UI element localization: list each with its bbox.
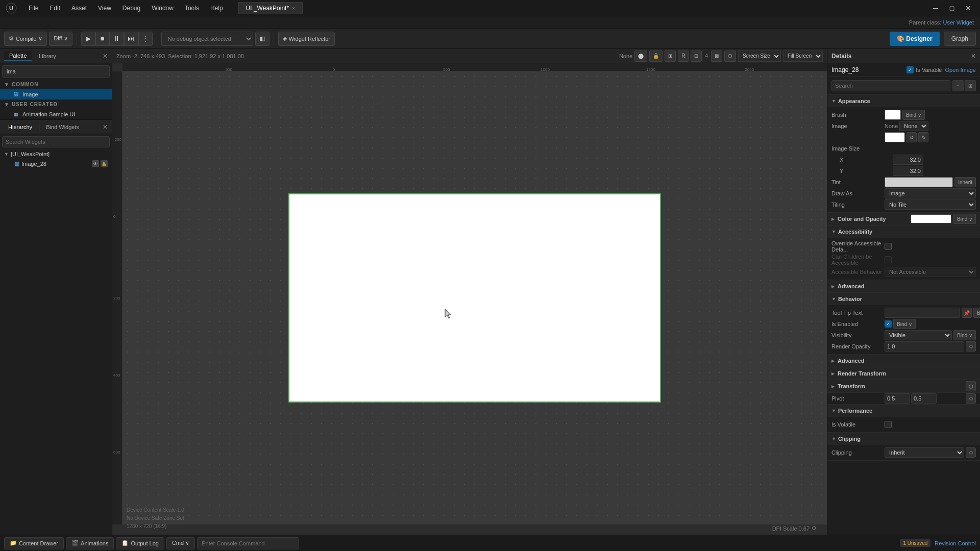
render-opacity-bind-icon[interactable]: ⬡ bbox=[966, 341, 976, 352]
debug-icon-button[interactable]: ◧ bbox=[255, 32, 270, 46]
revision-control-link[interactable]: Revision Control bbox=[935, 540, 976, 546]
visibility-bind-button[interactable]: Bind ∨ bbox=[953, 330, 976, 340]
canvas-view-btn2[interactable]: ⊞ bbox=[665, 51, 676, 62]
pivot-y-input[interactable] bbox=[911, 393, 937, 404]
clipping-selector[interactable]: Inherit bbox=[885, 447, 964, 458]
clipping-reset-icon[interactable]: ⬡ bbox=[966, 447, 976, 458]
stop-button[interactable]: ■ bbox=[95, 32, 110, 46]
fill-screen-selector[interactable]: Fill Screen bbox=[783, 51, 823, 62]
palette-close-icon[interactable]: ✕ bbox=[103, 53, 108, 60]
diff-button[interactable]: Diff ∨ bbox=[49, 32, 72, 46]
content-drawer-button[interactable]: 📁 Content Drawer bbox=[4, 537, 64, 549]
image-size-y-input[interactable] bbox=[893, 166, 923, 176]
render-opacity-input[interactable] bbox=[885, 341, 964, 352]
palette-tab[interactable]: Palette bbox=[4, 51, 32, 61]
palette-item-animation-sample[interactable]: ▦ Animation Sample UI bbox=[0, 109, 112, 119]
graph-tab-button[interactable]: Graph bbox=[944, 32, 976, 46]
step-button[interactable]: ⏸ bbox=[110, 32, 124, 46]
canvas-lock-btn[interactable]: 🔒 bbox=[649, 51, 663, 62]
open-image-link[interactable]: Open Image bbox=[945, 67, 976, 73]
visibility-icon[interactable]: 👁 bbox=[92, 160, 99, 167]
play-button[interactable]: ▶ bbox=[81, 32, 95, 46]
tiling-selector[interactable]: No Tile bbox=[885, 199, 976, 210]
active-tab[interactable]: UL_WeakPoint* × bbox=[238, 2, 303, 14]
tooltip-input[interactable] bbox=[885, 308, 960, 318]
color-opacity-swatch[interactable] bbox=[911, 214, 951, 223]
image-selector[interactable]: None bbox=[899, 121, 928, 131]
accessible-behavior-selector[interactable]: Not Accessible bbox=[885, 267, 976, 277]
menu-asset[interactable]: Asset bbox=[66, 3, 92, 14]
draw-as-selector[interactable]: Image bbox=[885, 188, 976, 198]
behavior-header[interactable]: ▼ Behavior bbox=[827, 293, 980, 305]
image-edit-icon[interactable]: ✎ bbox=[918, 132, 928, 142]
canvas-grid-btn[interactable]: R bbox=[678, 51, 689, 62]
tooltip-bind-button[interactable]: Bind ∨ bbox=[973, 308, 980, 318]
brush-color-swatch[interactable] bbox=[885, 110, 901, 120]
tab-close-icon[interactable]: × bbox=[292, 6, 295, 11]
menu-window[interactable]: Window bbox=[146, 3, 179, 14]
designer-tab-button[interactable]: 🎨 Designer bbox=[890, 32, 940, 46]
is-enabled-checkbox[interactable] bbox=[885, 320, 892, 328]
details-close-icon[interactable]: ✕ bbox=[971, 53, 976, 60]
hierarchy-search-input[interactable] bbox=[2, 136, 110, 147]
bind-widgets-tab[interactable]: Bind Widgets bbox=[42, 122, 83, 132]
hierarchy-root-item[interactable]: ▼ [UI_WeakPoint] bbox=[0, 149, 112, 159]
menu-help[interactable]: Help bbox=[205, 3, 228, 14]
canvas-snap-btn[interactable]: ⊠ bbox=[711, 51, 722, 62]
palette-item-image[interactable]: 🖼 Image bbox=[0, 89, 112, 99]
menu-file[interactable]: File bbox=[23, 3, 43, 14]
hierarchy-child-item[interactable]: 🖼 Image_28 👁 🔒 bbox=[0, 159, 112, 169]
is-variable-checkbox[interactable] bbox=[906, 66, 914, 73]
menu-edit[interactable]: Edit bbox=[44, 3, 65, 14]
debug-selector[interactable]: No debug object selected bbox=[161, 32, 253, 46]
performance-header[interactable]: ▼ Performance bbox=[827, 405, 980, 417]
image-size-x-input[interactable] bbox=[893, 155, 923, 165]
render-transform-header[interactable]: ▶ Render Transform bbox=[827, 367, 980, 380]
close-button[interactable]: ✕ bbox=[961, 3, 976, 14]
menu-debug[interactable]: Debug bbox=[117, 3, 145, 14]
minimize-button[interactable]: ─ bbox=[928, 3, 943, 14]
lock-icon[interactable]: 🔒 bbox=[101, 160, 108, 167]
is-volatile-checkbox[interactable] bbox=[885, 421, 892, 428]
pivot-reset-icon[interactable]: ⬡ bbox=[966, 393, 976, 404]
override-checkbox[interactable] bbox=[885, 243, 892, 250]
advanced2-header[interactable]: ▶ Advanced bbox=[827, 355, 980, 367]
widget-reflector-button[interactable]: ◈ Widget Reflector bbox=[278, 32, 335, 46]
canvas-view-btn1[interactable]: ⬤ bbox=[634, 51, 647, 62]
more-button[interactable]: ⋮ bbox=[138, 32, 153, 46]
cmd-button[interactable]: Cmd ∨ bbox=[166, 537, 195, 549]
clipping-header[interactable]: ▼ Clipping bbox=[827, 433, 980, 445]
brush-bind-button[interactable]: Bind ∨ bbox=[902, 110, 925, 120]
tooltip-pin-icon[interactable]: 📌 bbox=[962, 308, 972, 318]
tint-color-swatch[interactable] bbox=[885, 177, 953, 187]
user-created-section-header[interactable]: ▼ USER CREATED bbox=[0, 99, 112, 109]
palette-search-input[interactable] bbox=[2, 65, 110, 78]
canvas-workspace[interactable] bbox=[122, 71, 827, 524]
color-opacity-bind-button[interactable]: Bind ∨ bbox=[953, 214, 976, 224]
details-search-input[interactable] bbox=[831, 80, 950, 91]
transform-header[interactable]: ▶ Transform ⬡ bbox=[827, 380, 980, 392]
screen-size-selector[interactable]: Screen Size bbox=[738, 51, 781, 62]
hierarchy-tab[interactable]: Hierarchy bbox=[4, 122, 36, 132]
maximize-button[interactable]: □ bbox=[944, 3, 960, 14]
appearance-section-header[interactable]: ▼ Appearance bbox=[827, 95, 980, 107]
transform-reset-icon[interactable]: ⬡ bbox=[966, 381, 976, 391]
canvas-layers-btn[interactable]: ⊟ bbox=[691, 51, 702, 62]
color-opacity-header[interactable]: ▶ Color and Opacity Bind ∨ bbox=[827, 213, 980, 225]
library-tab[interactable]: Library bbox=[34, 52, 61, 61]
list-view-button[interactable]: ≡ bbox=[952, 80, 964, 91]
image-preview-swatch[interactable] bbox=[885, 132, 905, 142]
menu-view[interactable]: View bbox=[93, 3, 116, 14]
forward-button[interactable]: ⏭ bbox=[124, 32, 138, 46]
can-children-checkbox[interactable] bbox=[885, 256, 892, 263]
tint-inherit-button[interactable]: Inherit bbox=[954, 177, 976, 187]
animations-button[interactable]: 🎬 Animations bbox=[66, 537, 114, 549]
advanced-header[interactable]: ▶ Advanced bbox=[827, 280, 980, 292]
common-section-header[interactable]: ▼ COMMON bbox=[0, 80, 112, 89]
grid-view-button[interactable]: ⊞ bbox=[965, 80, 976, 91]
menu-tools[interactable]: Tools bbox=[180, 3, 204, 14]
parent-class-link[interactable]: User Widget bbox=[943, 19, 974, 26]
hierarchy-close-icon[interactable]: ✕ bbox=[103, 123, 108, 131]
output-log-button[interactable]: 📋 Output Log bbox=[116, 537, 164, 549]
image-refresh-icon[interactable]: ↺ bbox=[906, 132, 917, 142]
